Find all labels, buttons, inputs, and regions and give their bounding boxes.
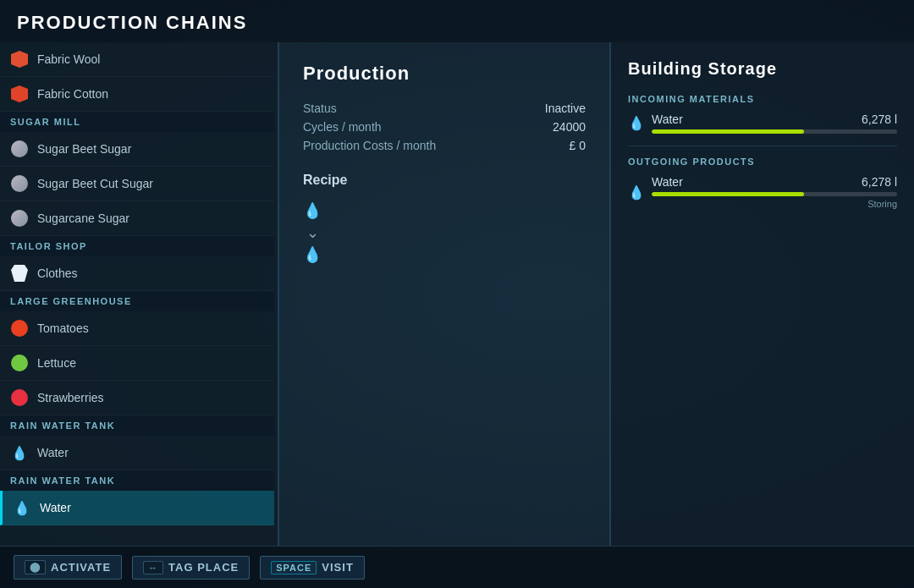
tag-label: TAG PLACE [168, 561, 239, 574]
recipe-title: Recipe [303, 173, 586, 188]
list-item-water-2[interactable]: 💧Water [0, 491, 274, 525]
recipe-diagram: 💧 ⌄ 💧 [303, 201, 586, 264]
visit-label: VISIT [322, 561, 354, 574]
strawberry-shape [11, 389, 28, 406]
storage-item-name: Water [652, 113, 683, 126]
item-label: Lettuce [37, 356, 76, 370]
outgoing-item-water: 💧 Water 6,278 l Storing [628, 175, 897, 209]
lettuce-icon [10, 354, 29, 372]
fabric-wool-shape [11, 51, 28, 68]
item-label: Sugarcane Sugar [37, 212, 129, 225]
list-item-sugarcane-sugar[interactable]: Sugarcane Sugar [0, 201, 274, 236]
cycles-row: Cycles / month 24000 [303, 120, 586, 134]
cycles-label: Cycles / month [303, 120, 382, 134]
section-header-rain-water-tank-1-header: RAIN WATER TANK [0, 415, 274, 436]
incoming-materials-label: INCOMING MATERIALS [628, 94, 897, 104]
tag-key: ↔ [143, 561, 163, 574]
sugar-beet-icon [10, 209, 29, 228]
left-panel: Fabric WoolFabric CottonSUGAR MILLSugar … [0, 42, 279, 546]
section-header-tailor-shop-header: TAILOR SHOP [0, 236, 274, 256]
list-item-fabric-wool[interactable]: Fabric Wool [0, 42, 274, 77]
section-header-sugar-mill-header: SUGAR MILL [0, 112, 274, 132]
costs-label: Production Costs / month [303, 139, 436, 152]
fabric-cotton-icon [10, 85, 29, 103]
progress-bar [652, 129, 897, 134]
water-icon: 💧 [628, 115, 645, 131]
storage-item-info: Water 6,278 l [652, 113, 897, 134]
right-panel: Building Storage INCOMING MATERIALS 💧 Wa… [609, 42, 914, 546]
status-row: Status Inactive [303, 102, 586, 115]
production-info: Status Inactive Cycles / month 24000 Pro… [303, 102, 586, 152]
incoming-item-water: 💧 Water 6,278 l [628, 113, 897, 134]
tomato-icon [10, 319, 29, 338]
main-container: PRODUCTION CHAINS Fabric WoolFabric Cott… [0, 0, 914, 588]
visit-button[interactable]: SPACE VISIT [260, 556, 365, 580]
water-icon: 💧 [10, 443, 29, 462]
tag-place-button[interactable]: ↔ TAG PLACE [132, 556, 250, 580]
right-panel-title: Building Storage [628, 59, 897, 79]
space-key: SPACE [271, 561, 317, 574]
page-title: PRODUCTION CHAINS [17, 12, 247, 33]
outgoing-products-label: OUTGOING PRODUCTS [628, 157, 897, 167]
recipe-drops: 💧 ⌄ 💧 [303, 201, 322, 264]
bottom-bar: ⬤ ACTIVATE ↔ TAG PLACE SPACE VISIT [0, 546, 914, 588]
drop-icon-2: 💧 [303, 245, 322, 264]
sugar-beet-shape [11, 140, 28, 157]
status-label: Status [303, 102, 337, 115]
cycles-value: 24000 [553, 120, 586, 134]
progress-fill [652, 129, 804, 134]
storage-item-info: Water 6,278 l Storing [652, 175, 897, 209]
activate-button[interactable]: ⬤ ACTIVATE [14, 555, 122, 580]
incoming-items-container: 💧 Water 6,278 l [628, 113, 897, 134]
item-label: Tomatoes [37, 321, 89, 335]
divider [628, 146, 897, 146]
list-item-clothes[interactable]: Clothes [0, 256, 274, 291]
item-label: Strawberries [37, 391, 104, 404]
item-label: Fabric Wool [37, 52, 100, 66]
middle-panel: Production Status Inactive Cycles / mont… [279, 42, 609, 546]
storage-item-name: Water [652, 175, 683, 189]
left-scroll[interactable]: Fabric WoolFabric CottonSUGAR MILLSugar … [0, 42, 278, 546]
tomato-shape [11, 320, 28, 337]
lettuce-shape [11, 354, 28, 371]
item-label: Fabric Cotton [37, 87, 108, 101]
activate-label: ACTIVATE [51, 561, 111, 574]
list-item-lettuce[interactable]: Lettuce [0, 346, 274, 381]
progress-fill [652, 192, 804, 196]
water-icon: 💧 [13, 498, 31, 517]
list-item-tomatoes[interactable]: Tomatoes [0, 311, 274, 346]
list-item-fabric-cotton[interactable]: Fabric Cotton [0, 77, 274, 112]
item-label: Clothes [37, 267, 77, 280]
status-value: Inactive [545, 102, 586, 115]
arrow-down-icon: ⌄ [306, 223, 319, 242]
header: PRODUCTION CHAINS [0, 0, 914, 42]
water-icon: 💧 [628, 184, 645, 201]
production-title: Production [303, 63, 586, 85]
clothes-shape [11, 265, 28, 282]
drop-icon-1: 💧 [303, 201, 322, 220]
item-label: Water [40, 501, 71, 514]
list-item-sugar-beet-cut-sugar[interactable]: Sugar Beet Cut Sugar [0, 167, 274, 201]
list-item-sugar-beet-sugar[interactable]: Sugar Beet Sugar [0, 132, 274, 167]
costs-row: Production Costs / month £ 0 [303, 139, 586, 152]
storage-item-header: Water 6,278 l [652, 113, 897, 126]
water-drop-icon: 💧 [11, 445, 28, 461]
content-area: Fabric WoolFabric CottonSUGAR MILLSugar … [0, 42, 914, 546]
fabric-cotton-shape [11, 85, 28, 102]
list-item-water-1[interactable]: 💧Water [0, 436, 274, 470]
storage-item-header: Water 6,278 l [652, 175, 897, 189]
storage-item-value: 6,278 l [862, 113, 897, 126]
sugar-beet-icon [10, 174, 29, 193]
sugar-beet-icon [10, 140, 29, 158]
recipe-section: Recipe 💧 ⌄ 💧 [303, 173, 586, 264]
item-label: Sugar Beet Cut Sugar [37, 177, 153, 190]
clothes-icon [10, 264, 29, 283]
outgoing-items-container: 💧 Water 6,278 l Storing [628, 175, 897, 209]
storage-item-value: 6,278 l [862, 175, 897, 189]
costs-value: £ 0 [570, 139, 586, 152]
activate-key: ⬤ [25, 560, 46, 574]
list-item-strawberries[interactable]: Strawberries [0, 381, 274, 415]
item-label: Water [37, 446, 69, 459]
sugar-beet-shape [11, 175, 28, 192]
water-drop-icon: 💧 [14, 500, 30, 516]
